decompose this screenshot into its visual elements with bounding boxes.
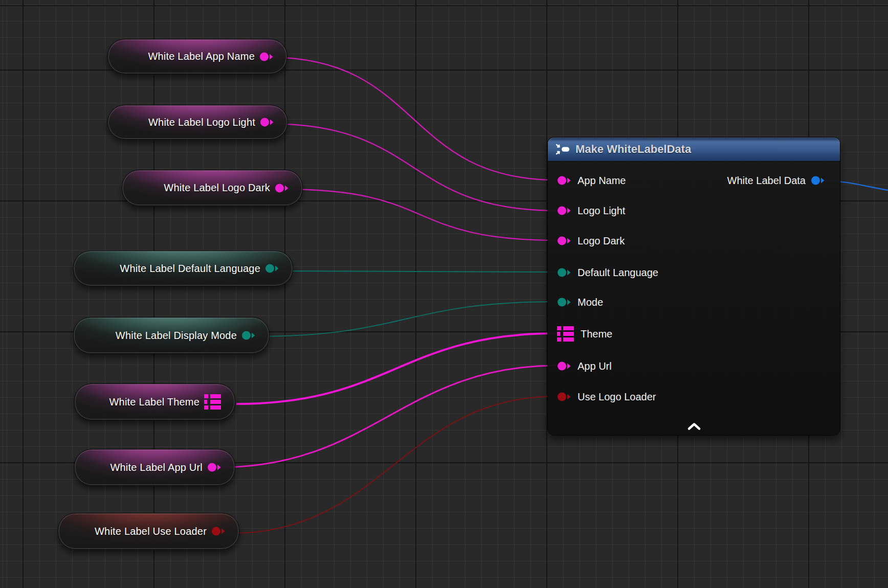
struct-output-pin-icon[interactable] (811, 175, 825, 186)
enum-output-pin-icon[interactable] (265, 263, 279, 274)
wire-theme[interactable] (236, 333, 556, 404)
pin-label: Theme (581, 328, 612, 340)
blueprint-graph-canvas[interactable]: White Label App Name White Label Logo Li… (0, 0, 888, 588)
node-get-white-label-app-name[interactable]: White Label App Name (107, 39, 287, 74)
pin-label: App Name (578, 175, 626, 187)
bool-output-pin-icon[interactable] (211, 526, 225, 537)
node-get-white-label-logo-dark[interactable]: White Label Logo Dark (122, 170, 303, 206)
wire-use-loader[interactable] (231, 396, 557, 533)
pin-label: Logo Light (578, 205, 625, 217)
wire-display-mode[interactable] (254, 302, 557, 336)
enum-input-pin-icon[interactable] (557, 297, 571, 308)
wire-app-url[interactable] (219, 366, 557, 467)
wire-logo-dark[interactable] (284, 189, 557, 240)
pin-label: App Url (578, 360, 612, 372)
enum-output-pin-icon[interactable] (241, 330, 255, 341)
input-pin-row-app-name[interactable]: App Name (557, 171, 626, 190)
node-header[interactable]: Make WhiteLabelData (548, 138, 840, 161)
node-make-whitelabeldata[interactable]: Make WhiteLabelData App Name Logo Light … (547, 137, 840, 436)
input-pin-row-default-language[interactable]: Default Language (557, 263, 658, 282)
pin-label: White Label Data (727, 175, 806, 187)
variable-label: White Label App Name (148, 51, 255, 62)
variable-label: White Label Logo Light (148, 117, 255, 128)
variable-label: White Label Logo Dark (164, 182, 270, 194)
node-get-white-label-theme[interactable]: White Label Theme (74, 383, 235, 420)
collapse-unused-pins-button[interactable] (685, 422, 703, 431)
wire-default-language[interactable] (277, 271, 557, 272)
node-get-white-label-app-url[interactable]: White Label App Url (74, 449, 235, 486)
input-pin-row-logo-light[interactable]: Logo Light (557, 201, 625, 220)
wire-logo-light[interactable] (269, 124, 557, 211)
string-input-pin-icon[interactable] (557, 360, 571, 372)
input-pin-row-use-logo-loader[interactable]: Use Logo Loader (557, 388, 656, 406)
output-pin-row-white-label-data[interactable]: White Label Data (727, 171, 825, 190)
pin-label: Mode (578, 297, 603, 308)
string-input-pin-icon[interactable] (557, 235, 571, 246)
pin-label: Default Language (578, 267, 658, 279)
input-pin-row-theme[interactable]: Theme (557, 325, 612, 343)
node-get-white-label-default-language[interactable]: White Label Default Language (73, 251, 293, 286)
bool-input-pin-icon[interactable] (557, 391, 571, 402)
node-title: Make WhiteLabelData (575, 143, 691, 156)
string-input-pin-icon[interactable] (557, 205, 571, 216)
chevron-up-icon (686, 422, 702, 431)
node-get-white-label-display-mode[interactable]: White Label Display Mode (73, 317, 270, 354)
node-get-white-label-logo-light[interactable]: White Label Logo Light (107, 105, 288, 140)
variable-label: White Label Default Language (120, 263, 260, 275)
variable-label: White Label Theme (109, 396, 199, 408)
struct-output-pin-icon[interactable] (204, 394, 221, 410)
enum-input-pin-icon[interactable] (557, 267, 571, 278)
node-get-white-label-use-loader[interactable]: White Label Use Loader (58, 513, 239, 550)
string-output-pin-icon[interactable] (260, 117, 274, 128)
make-struct-icon (555, 143, 570, 156)
variable-label: White Label Display Mode (116, 330, 237, 342)
wire-app-name[interactable] (269, 57, 557, 180)
string-output-pin-icon[interactable] (207, 462, 221, 473)
input-pin-row-logo-dark[interactable]: Logo Dark (557, 232, 625, 250)
pin-label: Use Logo Loader (578, 391, 656, 403)
input-pin-row-mode[interactable]: Mode (557, 293, 603, 311)
struct-input-pin-icon[interactable] (557, 326, 574, 342)
string-output-pin-icon[interactable] (275, 183, 288, 194)
variable-label: White Label App Url (110, 462, 203, 473)
variable-label: White Label Use Loader (95, 526, 207, 537)
input-pin-row-app-url[interactable]: App Url (557, 357, 612, 375)
pin-label: Logo Dark (578, 235, 625, 247)
string-input-pin-icon[interactable] (557, 175, 571, 186)
string-output-pin-icon[interactable] (259, 51, 273, 62)
